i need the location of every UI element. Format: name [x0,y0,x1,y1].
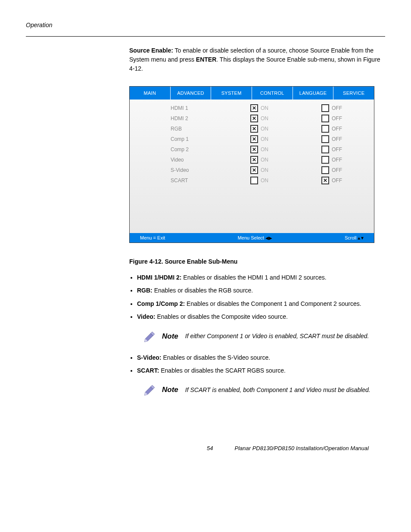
osd-on-label: ON [261,167,268,173]
osd-row: SCARTON✕OFF [130,175,374,186]
osd-on-label: ON [261,115,268,121]
osd-on-cell: ✕ON [250,125,321,133]
note-text-2: If SCART is enabled, both Component 1 an… [185,386,385,395]
osd-row-label: S-Video [130,167,250,173]
osd-row-label: Comp 1 [130,136,250,142]
bullet-text: Enables or disables the Composite video … [156,313,288,320]
intro-paragraph: Source Enable: To enable or disable sele… [129,46,385,73]
checkbox-icon: ✕ [250,135,258,143]
osd-row: RGB✕ONOFF [130,124,374,134]
bullet-bold: HDMI 1/HDMI 2: [137,274,181,281]
checkbox-icon: ✕ [321,177,329,184]
note-label-1: Note [162,332,178,341]
osd-footer-left: Menu = Exit [140,235,165,240]
osd-body: HDMI 1✕ONOFFHDMI 2✕ONOFFRGB✕ONOFFComp 1✕… [130,100,374,233]
osd-on-label: ON [261,157,268,163]
osd-off-cell: OFF [321,125,342,133]
osd-off-label: OFF [332,136,342,142]
osd-off-label: OFF [332,126,342,132]
osd-tabs: MAIN ADVANCED SYSTEM CONTROL LANGUAGE SE… [130,87,374,100]
osd-off-cell: ✕OFF [321,177,342,184]
osd-off-cell: OFF [321,104,342,112]
osd-row-label: HDMI 1 [130,105,250,111]
note-text-1: If either Component 1 or Video is enable… [185,332,385,341]
osd-off-label: OFF [332,177,342,184]
osd-off-cell: OFF [321,166,342,174]
osd-tab-main: MAIN [130,87,171,100]
note-block-2: Note If SCART is enabled, both Component… [142,382,385,398]
osd-row: Comp 1✕ONOFF [130,134,374,144]
bullet-bold: SCART: [137,367,159,374]
osd-on-cell: ✕ON [250,156,321,164]
list-item: HDMI 1/HDMI 2: Enables or disables the H… [137,273,385,282]
bullet-bold: RGB: [137,287,153,294]
bullet-list-1: HDMI 1/HDMI 2: Enables or disables the H… [129,273,385,322]
osd-row: S-Video✕ONOFF [130,165,374,175]
osd-off-cell: OFF [321,135,342,143]
osd-tab-control: CONTROL [252,87,293,100]
osd-off-label: OFF [332,167,342,173]
bullet-text: Enables or disables the RGB source. [153,287,253,294]
header-rule [26,36,385,37]
figure-caption: Figure 4-12. Source Enable Sub-Menu [129,258,385,265]
osd-row: Comp 2✕ONOFF [130,144,374,155]
osd-off-cell: OFF [321,156,342,164]
list-item: Video: Enables or disables the Composite… [137,312,385,321]
page-footer: 54 Planar PD8130/PD8150 Installation/Ope… [26,445,385,451]
osd-off-label: OFF [332,105,342,111]
checkbox-icon: ✕ [250,146,258,153]
osd-row: HDMI 1✕ONOFF [130,103,374,113]
list-item: RGB: Enables or disables the RGB source. [137,286,385,295]
osd-row: Video✕ONOFF [130,155,374,165]
intro-bold-1: Source Enable: [129,47,173,54]
list-item: Comp 1/Comp 2: Enables or disables the C… [137,299,385,308]
osd-footer: Menu = Exit Menu Select Scroll [130,233,374,243]
checkbox-icon: ✕ [250,125,258,133]
bullet-bold: Video: [137,313,156,320]
osd-on-label: ON [261,126,268,132]
bullet-text: Enables or disables the HDMI 1 and HDMI … [181,274,326,281]
note-block-1: Note If either Component 1 or Video is e… [142,329,385,344]
bullet-bold: Comp 1/Comp 2: [137,300,185,307]
checkbox-icon [321,135,329,143]
list-item: S-Video: Enables or disables the S-Video… [137,353,385,362]
osd-footer-mid: Menu Select [238,235,264,240]
osd-row-label: SCART [130,177,250,184]
checkbox-icon [321,166,329,174]
osd-footer-right: Scroll [345,235,357,240]
osd-tab-language: LANGUAGE [293,87,334,100]
osd-on-label: ON [261,136,268,142]
osd-off-label: OFF [332,146,342,152]
checkbox-icon [321,156,329,164]
checkbox-icon [321,115,329,122]
list-item: SCART: Enables or disables the SCART RGB… [137,366,385,375]
running-head: Operation [26,22,385,28]
osd-on-cell: ✕ON [250,146,321,153]
arrow-up-down-icon [356,235,364,240]
checkbox-icon [250,177,258,184]
osd-on-label: ON [261,177,268,184]
checkbox-icon: ✕ [250,115,258,122]
osd-screenshot: MAIN ADVANCED SYSTEM CONTROL LANGUAGE SE… [129,86,385,243]
osd-off-cell: OFF [321,146,342,153]
osd-off-label: OFF [332,157,342,163]
footer-text: Planar PD8130/PD8150 Installation/Operat… [234,445,368,451]
osd-on-cell: ✕ON [250,135,321,143]
checkbox-icon: ✕ [250,156,258,164]
osd-row-label: Video [130,157,250,163]
osd-on-cell: ✕ON [250,104,321,112]
checkbox-icon [321,146,329,153]
bullet-text: Enables or disables the S-Video source. [162,354,271,361]
bullet-bold: S-Video: [137,354,162,361]
checkbox-icon [321,104,329,112]
osd-tab-system: SYSTEM [211,87,252,100]
osd-off-label: OFF [332,115,342,121]
note-pencil-icon [142,382,158,398]
osd-off-cell: OFF [321,115,342,122]
checkbox-icon: ✕ [250,166,258,174]
osd-on-label: ON [261,105,268,111]
osd-row: HDMI 2✕ONOFF [130,113,374,124]
osd-tab-advanced: ADVANCED [171,87,212,100]
osd-on-label: ON [261,146,268,152]
osd-tab-service: SERVICE [333,87,374,100]
